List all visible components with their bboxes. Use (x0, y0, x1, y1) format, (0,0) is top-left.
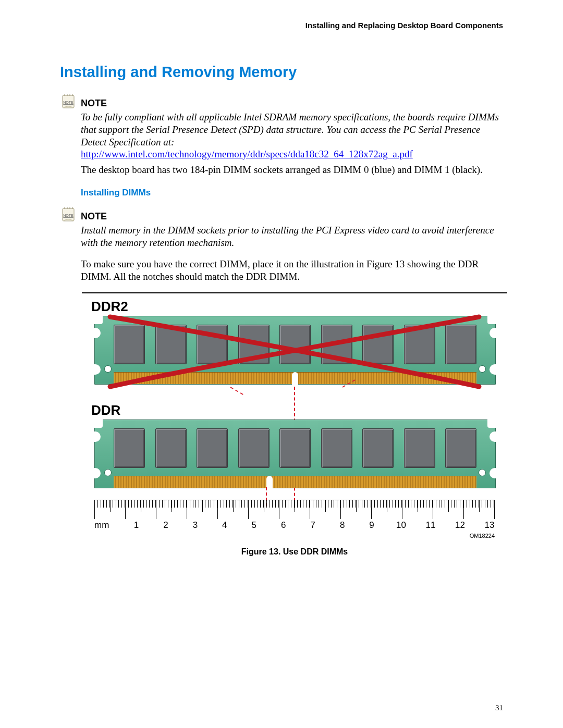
ruler-num: 11 (425, 520, 436, 530)
ruler-num: 13 (484, 520, 495, 530)
ruler-num: 12 (455, 520, 465, 530)
page-title: Installing and Removing Memory (60, 64, 503, 81)
ruler-num: 8 (337, 520, 348, 530)
body-paragraph-1: The desktop board has two 184-pin DIMM s… (81, 164, 503, 176)
figure-caption: Figure 13. Use DDR DIMMs (82, 547, 507, 557)
note-body-2: Install memory in the DIMM sockets prior… (81, 224, 503, 249)
ruler-num: 4 (219, 520, 230, 530)
spec-link[interactable]: http://www.intel.com/technology/memory/d… (81, 149, 413, 159)
ddr-module (94, 419, 495, 495)
ruler-num: 5 (249, 520, 259, 530)
ruler-numbers: mm 1 2 3 4 5 6 7 8 9 10 11 12 13 (94, 520, 495, 530)
note-heading: NOTE (81, 98, 107, 109)
page: Installing and Replacing Desktop Board C… (0, 0, 563, 728)
ruler-num: 3 (190, 520, 200, 530)
ddr2-module (94, 316, 495, 391)
subheading-installing-dimms: Installing DIMMs (81, 188, 503, 198)
body-paragraph-2: To make sure you have the correct DIMM, … (81, 258, 503, 283)
page-number: 31 (495, 704, 503, 712)
ruler-num: 6 (278, 520, 289, 530)
ruler-num: 2 (161, 520, 171, 530)
figure-rule (82, 292, 507, 293)
note-block-2: NOTE NOTE Install memory in the DIMM soc… (60, 205, 503, 249)
figure-13: DDR2 (82, 292, 507, 557)
ruler-num: 10 (396, 520, 407, 530)
note-body-1: To be fully compliant with all applicabl… (81, 111, 503, 148)
running-header: Installing and Replacing Desktop Board C… (60, 21, 503, 30)
ruler-num: 9 (366, 520, 377, 530)
figure-code: OM18224 (94, 533, 495, 539)
dimm-illustration: DDR2 (82, 299, 507, 539)
note-heading: NOTE (81, 211, 107, 222)
note-icon: NOTE (60, 205, 77, 222)
ruler-unit: mm (94, 520, 112, 530)
ruler-num: 7 (308, 520, 318, 530)
ruler-num: 1 (131, 520, 141, 530)
svg-text:NOTE: NOTE (63, 101, 74, 104)
svg-text:NOTE: NOTE (63, 214, 74, 217)
ddr2-label: DDR2 (91, 299, 507, 315)
note-icon: NOTE (60, 92, 77, 109)
ddr-label: DDR (91, 402, 507, 418)
note-block-1: NOTE NOTE To be fully compliant with all… (60, 92, 503, 176)
ruler: mm 1 2 3 4 5 6 7 8 9 10 11 12 13 OM18224 (94, 500, 495, 539)
